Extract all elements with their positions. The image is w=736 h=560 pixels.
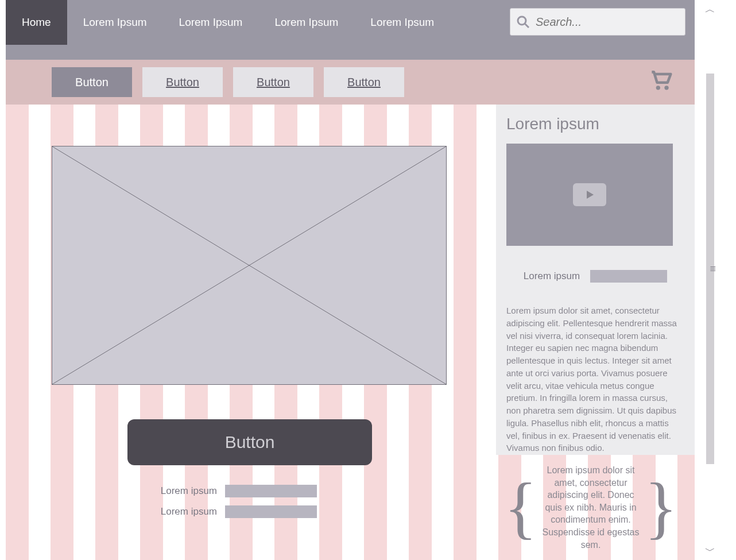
search-box[interactable]	[510, 8, 685, 36]
sidebar-field-label: Lorem ipsum	[524, 271, 580, 282]
field-label-1: Lorem ipsum	[127, 506, 217, 517]
svg-point-0	[518, 17, 526, 25]
field-input-0[interactable]	[225, 485, 317, 497]
crossed-box-icon	[52, 146, 446, 384]
sidebar-panel: Lorem ipsum Lorem ipsum Lorem ipsum dolo…	[496, 105, 695, 455]
nav-item-4[interactable]: Lorem Ipsum	[354, 0, 450, 45]
svg-point-3	[664, 86, 668, 90]
hero-image-placeholder	[52, 146, 447, 385]
nav-home[interactable]: Home	[6, 0, 67, 45]
scroll-up-button[interactable]: ︿	[705, 2, 715, 16]
top-navigation: Home Lorem Ipsum Lorem Ipsum Lorem Ipsum…	[6, 0, 695, 60]
nav-item-1[interactable]: Lorem Ipsum	[67, 0, 163, 45]
play-button[interactable]	[573, 183, 606, 206]
close-brace-icon: }	[644, 480, 677, 535]
quote-block: { Lorem ipsum dolor sit amet, consectetu…	[504, 464, 677, 551]
main-fields: Lorem ipsum Lorem ipsum	[127, 485, 317, 526]
sub-button-1[interactable]: Button	[142, 67, 223, 97]
scroll-down-button[interactable]: ﹀	[705, 544, 715, 558]
field-row-0: Lorem ipsum	[127, 485, 317, 497]
scrollbar-grip-icon[interactable]: ≡	[710, 263, 715, 275]
svg-marker-6	[587, 191, 594, 199]
nav-item-2[interactable]: Lorem Ipsum	[163, 0, 259, 45]
sidebar-field-input[interactable]	[590, 270, 667, 283]
sub-button-2[interactable]: Button	[233, 67, 313, 97]
sub-button-3[interactable]: Button	[324, 67, 404, 97]
cart-icon	[648, 68, 673, 93]
field-input-1[interactable]	[225, 505, 317, 518]
sidebar-title: Lorem ipsum	[506, 115, 684, 133]
svg-point-2	[656, 86, 660, 90]
cart-button[interactable]	[648, 68, 673, 93]
open-brace-icon: {	[504, 480, 537, 535]
field-label-0: Lorem ipsum	[127, 485, 217, 497]
play-icon	[584, 189, 595, 200]
video-player[interactable]	[506, 144, 673, 246]
search-icon	[516, 15, 530, 29]
sidebar-field-row: Lorem ipsum	[506, 270, 684, 283]
nav-item-3[interactable]: Lorem Ipsum	[258, 0, 354, 45]
field-row-1: Lorem ipsum	[127, 505, 317, 518]
svg-line-1	[525, 24, 529, 28]
sidebar-paragraph: Lorem ipsum dolor sit amet, consectetur …	[506, 304, 684, 454]
quote-text: Lorem ipsum dolor sit amet, consectetur …	[537, 464, 645, 551]
primary-action-button[interactable]: Button	[127, 419, 372, 465]
sub-button-0[interactable]: Button	[52, 67, 132, 97]
search-input[interactable]	[536, 16, 673, 29]
sub-toolbar: Button Button Button Button	[6, 60, 695, 105]
